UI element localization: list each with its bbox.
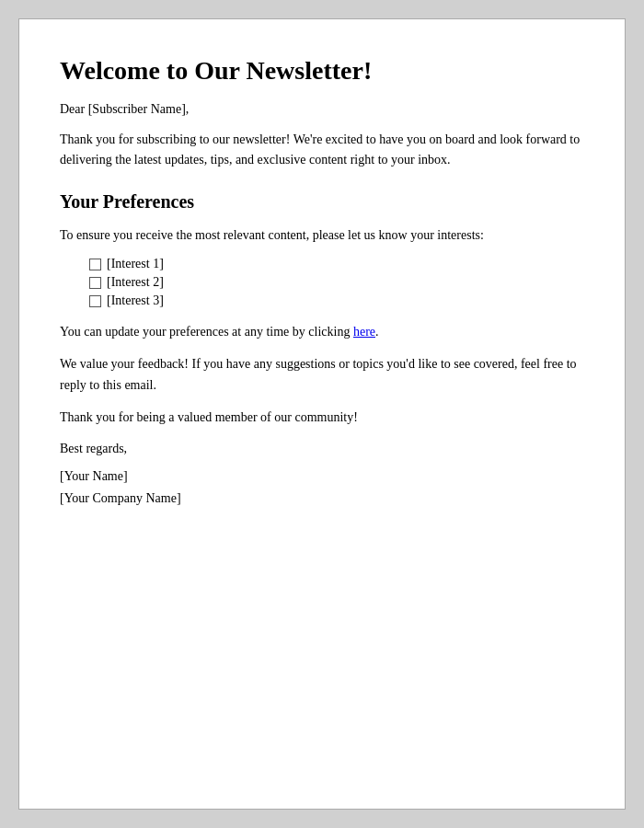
update-text-after: . [375,325,379,339]
interest-1-checkbox[interactable] [89,259,101,270]
list-item: [Interest 1] [89,257,584,271]
feedback-paragraph: We value your feedback! If you have any … [60,354,584,396]
sender-name: [Your Name] [60,469,584,484]
company-name: [Your Company Name] [60,491,584,506]
update-link[interactable]: here [353,325,375,339]
preferences-section-title: Your Preferences [60,191,584,213]
interest-2-label: [Interest 2] [107,275,164,290]
greeting-text: Dear [Subscriber Name], [60,102,584,117]
thank-you-text: Thank you for being a valued member of o… [60,410,584,425]
interest-3-checkbox[interactable] [89,295,101,307]
preferences-intro-text: To ensure you receive the most relevant … [60,225,584,246]
interest-2-checkbox[interactable] [89,277,101,289]
regards-text: Best regards, [60,442,584,456]
main-title: Welcome to Our Newsletter! [60,56,584,86]
interest-3-label: [Interest 3] [107,293,164,308]
list-item: [Interest 3] [89,293,584,308]
intro-paragraph: Thank you for subscribing to our newslet… [60,130,584,171]
interests-list: [Interest 1] [Interest 2] [Interest 3] [60,257,584,308]
update-text-before: You can update your preferences at any t… [60,325,353,339]
update-preferences-text: You can update your preferences at any t… [60,325,584,339]
interest-1-label: [Interest 1] [107,257,164,271]
email-document: Welcome to Our Newsletter! Dear [Subscri… [18,18,626,810]
list-item: [Interest 2] [89,275,584,290]
